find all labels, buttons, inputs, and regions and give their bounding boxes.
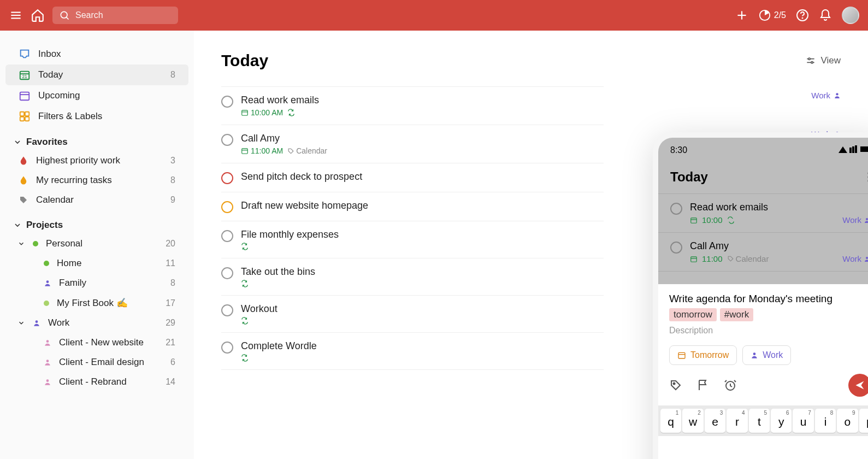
recurring-icon (727, 216, 735, 224)
task-project-tag[interactable]: Work (811, 91, 841, 100)
task-checkbox[interactable] (670, 203, 682, 215)
phone-statusbar: 8:30 (658, 138, 868, 163)
projects-header[interactable]: Projects (0, 210, 194, 234)
project-chip[interactable]: Work (742, 345, 791, 365)
usage-indicator[interactable]: 2/5 (759, 9, 786, 21)
nav-inbox[interactable]: Inbox (5, 44, 188, 64)
task-checkbox[interactable] (221, 134, 233, 146)
keyboard-key[interactable]: 5t (749, 409, 770, 433)
project-count: 29 (166, 318, 175, 328)
menu-icon[interactable] (9, 8, 23, 22)
task-row[interactable]: Draft new website homepage (221, 192, 604, 221)
task-row[interactable]: Read work emails10:00 AM (221, 86, 604, 125)
project-label: My First Book ✍️ (57, 297, 128, 309)
task-row[interactable]: Complete Wordle (221, 333, 604, 370)
task-checkbox[interactable] (221, 304, 233, 316)
fav-item[interactable]: Calendar9 (5, 190, 188, 210)
search-box[interactable] (52, 7, 178, 24)
task-checkbox[interactable] (221, 230, 233, 242)
project-dot-icon (44, 301, 49, 306)
keyboard-key[interactable]: 3e (705, 409, 725, 433)
keyboard-key[interactable]: 0p (859, 409, 868, 433)
avatar[interactable] (842, 7, 859, 24)
chip-tomorrow[interactable]: tomorrow (669, 308, 717, 321)
task-checkbox[interactable] (670, 242, 682, 254)
calendar-icon (677, 351, 686, 360)
project-count: 11 (166, 258, 175, 268)
chevron-down-icon (17, 319, 25, 327)
recurring-icon (241, 354, 249, 362)
notifications-icon[interactable] (819, 9, 832, 22)
phone-task-row[interactable]: Read work emails10:00Work (658, 193, 868, 232)
label-icon[interactable] (669, 379, 682, 392)
svg-rect-31 (242, 110, 248, 115)
task-row[interactable]: File monthly expenses (221, 221, 604, 258)
project-item[interactable]: Client - Rebrand14 (5, 372, 188, 392)
help-icon[interactable] (796, 9, 809, 22)
keyboard-key[interactable]: 2w (682, 409, 703, 433)
flag-icon[interactable] (696, 379, 710, 392)
chip-work[interactable]: #work (720, 308, 753, 321)
inbox-icon (19, 48, 31, 60)
calendar-icon (690, 216, 698, 224)
keyboard-key[interactable]: 6y (771, 409, 792, 433)
fav-item[interactable]: My recurring tasks8 (5, 170, 188, 190)
svg-rect-51 (691, 256, 697, 261)
nav-filters-labels[interactable]: Filters & Labels (5, 106, 188, 127)
nav-today[interactable]: 21Today8 (5, 64, 188, 85)
fav-item[interactable]: Highest priority work3 (5, 151, 188, 170)
send-button[interactable] (848, 374, 868, 397)
project-item[interactable]: My First Book ✍️17 (5, 293, 188, 313)
project-item[interactable]: Client - New website21 (5, 333, 188, 352)
task-checkbox[interactable] (221, 267, 233, 279)
fav-label: Calendar (36, 195, 74, 205)
phone-title: Today (670, 169, 708, 185)
add-icon[interactable] (735, 8, 749, 22)
svg-rect-40 (849, 148, 852, 153)
task-title: Read work emails (690, 202, 868, 213)
view-button[interactable]: View (805, 55, 841, 66)
schedule-chip[interactable]: Tomorrow (669, 345, 737, 365)
recurring-icon (287, 109, 295, 116)
keyboard-key[interactable]: 1q (660, 409, 681, 433)
task-checkbox[interactable] (221, 172, 233, 184)
description-placeholder[interactable]: Description (669, 326, 868, 336)
keyboard-key[interactable]: 7u (793, 409, 813, 433)
svg-point-23 (36, 320, 38, 323)
svg-point-53 (866, 257, 868, 259)
keyboard-key[interactable]: 8i (815, 409, 836, 433)
project-item[interactable]: Client - Email design6 (5, 352, 188, 372)
person-icon (33, 319, 40, 327)
task-title: Draft new website homepage (241, 200, 604, 211)
task-checkbox[interactable] (221, 342, 233, 354)
favorites-header[interactable]: Favorites (0, 127, 194, 151)
project-item[interactable]: Home11 (5, 254, 188, 273)
alarm-icon[interactable] (724, 379, 737, 392)
task-time: 10:00 AM (241, 108, 283, 117)
task-checkbox[interactable] (221, 201, 233, 213)
search-icon (59, 10, 70, 21)
task-row[interactable]: Workout (221, 296, 604, 333)
project-item[interactable]: Personal20 (5, 234, 188, 254)
person-icon (834, 92, 841, 99)
project-label: Home (57, 258, 81, 269)
task-checkbox[interactable] (221, 96, 233, 108)
recurring-icon (241, 317, 249, 325)
task-project: Work (842, 254, 868, 263)
project-count: 20 (166, 239, 175, 249)
task-row[interactable]: Send pitch deck to prospect (221, 163, 604, 192)
nav-upcoming[interactable]: Upcoming (5, 85, 188, 106)
phone-task-row[interactable]: Call Amy11:00CalendarWork (658, 232, 868, 271)
keyboard-key[interactable]: 4r (727, 409, 747, 433)
search-input[interactable] (75, 10, 168, 20)
compose-title[interactable]: Write agenda for Monday's meeting (669, 293, 868, 305)
task-row[interactable]: Take out the bins (221, 258, 604, 296)
task-row[interactable]: Call Amy11:00 AMCalendar (221, 125, 604, 163)
home-icon[interactable] (31, 8, 45, 22)
keyboard-key[interactable]: 9o (837, 409, 858, 433)
project-item[interactable]: Family8 (5, 273, 188, 293)
person-icon (44, 358, 51, 366)
project-count: 8 (170, 278, 175, 288)
project-item[interactable]: Work29 (5, 313, 188, 333)
svg-point-22 (46, 280, 49, 283)
